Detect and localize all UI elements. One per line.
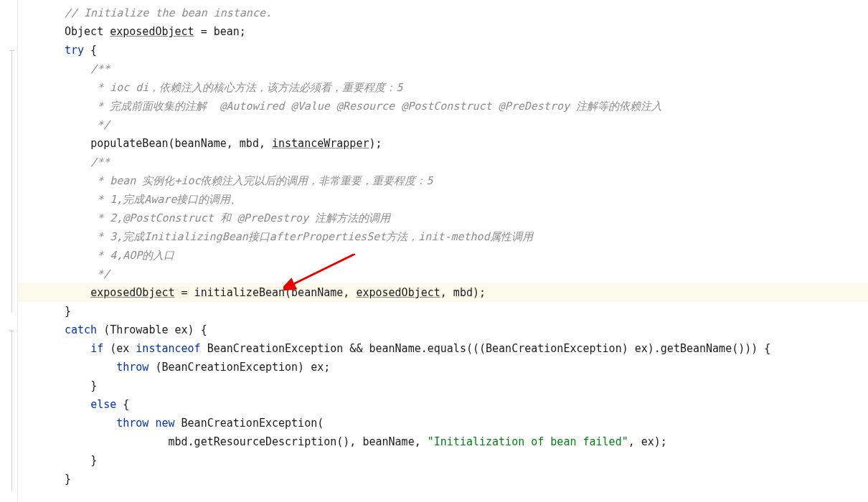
token-string: "Initialization of bean failed" bbox=[428, 435, 628, 448]
code-line: } bbox=[65, 376, 868, 395]
fold-guide bbox=[11, 331, 17, 491]
token-variable: exposedObject bbox=[90, 286, 174, 299]
code-line: populateBean(beanName, mbd, instanceWrap… bbox=[65, 134, 868, 153]
token: } bbox=[65, 473, 71, 486]
token: { bbox=[84, 44, 97, 57]
token: Object bbox=[65, 25, 110, 38]
code-line-highlighted: exposedObject = initializeBean(beanName,… bbox=[0, 283, 868, 302]
code-line: throw (BeanCreationException) ex; bbox=[65, 358, 868, 376]
code-line: } bbox=[65, 302, 868, 321]
token: = initializeBean(beanName, bbox=[175, 286, 357, 299]
comment: */ bbox=[90, 267, 110, 280]
comment: */ bbox=[90, 118, 110, 131]
token: (BeanCreationException) ex; bbox=[148, 361, 330, 374]
code-line: /** bbox=[65, 153, 868, 171]
token: , ex); bbox=[628, 435, 667, 448]
token: ); bbox=[369, 137, 382, 150]
code-line: */ bbox=[65, 115, 868, 134]
comment: * 4,AOP的入口 bbox=[90, 249, 174, 262]
comment: * 1,完成Aware接口的调用、 bbox=[90, 193, 241, 206]
code-area[interactable]: // Initialize the bean instance. Object … bbox=[0, 0, 868, 488]
code-line: * 完成前面收集的注解 @Autowired @Value @Resource … bbox=[65, 97, 868, 115]
token: = bean; bbox=[194, 25, 246, 38]
token-variable: exposedObject bbox=[110, 25, 194, 38]
token-keyword: throw bbox=[116, 361, 148, 374]
comment: /** bbox=[90, 62, 110, 75]
gutter bbox=[0, 0, 18, 502]
comment: * 完成前面收集的注解 @Autowired @Value @Resource … bbox=[90, 100, 662, 113]
code-line: } bbox=[65, 470, 868, 488]
token: BeanCreationException && beanName.equals… bbox=[201, 342, 771, 355]
token: (Throwable ex) { bbox=[97, 323, 207, 336]
token: BeanCreationException( bbox=[175, 417, 324, 430]
code-line: if (ex instanceof BeanCreationException … bbox=[65, 339, 868, 358]
token-keyword: throw new bbox=[116, 417, 174, 430]
comment: /** bbox=[90, 156, 110, 169]
token: , mbd); bbox=[440, 286, 486, 299]
comment: * ioc di，依赖注入的核心方法，该方法必须看，重要程度：5 bbox=[90, 81, 402, 94]
token: populateBean(beanName, mbd, bbox=[90, 137, 272, 150]
code-line: * bean 实例化+ioc依赖注入完以后的调用，非常重要，重要程度：5 bbox=[65, 171, 868, 190]
code-line: catch (Throwable ex) { bbox=[65, 321, 868, 339]
token: } bbox=[90, 454, 97, 467]
comment: * 3,完成InitializingBean接口afterPropertiesS… bbox=[90, 230, 533, 243]
comment: * bean 实例化+ioc依赖注入完以后的调用，非常重要，重要程度：5 bbox=[90, 174, 433, 187]
code-line: /** bbox=[65, 60, 868, 78]
token: (ex bbox=[103, 342, 136, 355]
code-line: else { bbox=[65, 395, 868, 414]
code-line: try { bbox=[65, 41, 868, 60]
token-keyword: catch bbox=[65, 323, 97, 336]
code-line: * 1,完成Aware接口的调用、 bbox=[65, 190, 868, 209]
token-keyword: if bbox=[90, 342, 103, 355]
comment: * 2,@PostConstruct 和 @PreDestroy 注解方法的调用 bbox=[90, 212, 390, 224]
code-line: } bbox=[65, 451, 868, 470]
token-keyword: else bbox=[90, 398, 116, 411]
fold-guide bbox=[11, 50, 17, 313]
token-variable: instanceWrapper bbox=[272, 137, 369, 150]
token-variable: exposedObject bbox=[356, 286, 440, 299]
code-line: * 3,完成InitializingBean接口afterPropertiesS… bbox=[65, 227, 868, 246]
code-line: // Initialize the bean instance. bbox=[65, 4, 868, 22]
token: { bbox=[116, 398, 129, 411]
token: mbd.getResourceDescription(), beanName, bbox=[169, 435, 428, 448]
code-line: mbd.getResourceDescription(), beanName, … bbox=[65, 432, 868, 451]
code-line: * ioc di，依赖注入的核心方法，该方法必须看，重要程度：5 bbox=[65, 78, 868, 97]
comment: // Initialize the bean instance. bbox=[65, 6, 272, 19]
code-line: * 2,@PostConstruct 和 @PreDestroy 注解方法的调用 bbox=[65, 209, 868, 227]
token: } bbox=[65, 305, 71, 318]
token-keyword: try bbox=[65, 44, 84, 57]
code-line: * 4,AOP的入口 bbox=[65, 246, 868, 265]
token-keyword: instanceof bbox=[136, 342, 200, 355]
code-line: throw new BeanCreationException( bbox=[65, 414, 868, 432]
token: } bbox=[90, 379, 97, 392]
code-editor: // Initialize the bean instance. Object … bbox=[0, 0, 868, 502]
code-line: */ bbox=[65, 265, 868, 283]
code-line: Object exposedObject = bean; bbox=[65, 22, 868, 41]
